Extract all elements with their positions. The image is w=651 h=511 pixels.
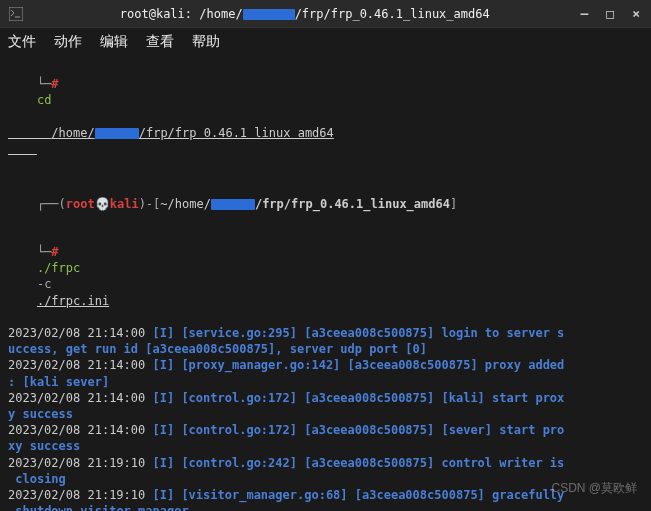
prompt-line-2-head: ┌──(root💀kali)-[~/home//frp/frp_0.46.1_l… <box>8 179 643 228</box>
log-line-cont: : [kali sever] <box>8 374 643 390</box>
log-line: 2023/02/08 21:14:00 [I] [control.go:172]… <box>8 390 643 406</box>
log-line: 2023/02/08 21:14:00 [I] [service.go:295]… <box>8 325 643 341</box>
menu-edit[interactable]: 编辑 <box>100 33 128 51</box>
log-line-cont: shutdown visitor manager <box>8 503 643 511</box>
menu-help[interactable]: 帮助 <box>192 33 220 51</box>
log-line: 2023/02/08 21:14:00 [I] [control.go:172]… <box>8 422 643 438</box>
maximize-button[interactable]: □ <box>603 6 617 21</box>
svg-rect-0 <box>9 7 23 21</box>
redacted-block <box>95 128 139 139</box>
minimize-button[interactable]: – <box>578 6 592 21</box>
redacted-block <box>243 9 295 20</box>
log-line-cont: uccess, get run id [a3ceea008c500875], s… <box>8 341 643 357</box>
watermark: CSDN @莫欧鲜 <box>551 480 637 497</box>
log-line: 2023/02/08 21:14:00 [I] [proxy_manager.g… <box>8 357 643 373</box>
menu-actions[interactable]: 动作 <box>54 33 82 51</box>
terminal-icon <box>8 6 24 22</box>
log-output: 2023/02/08 21:14:00 [I] [service.go:295]… <box>8 325 643 511</box>
log-line-cont: closing <box>8 471 643 487</box>
close-button[interactable]: × <box>629 6 643 21</box>
window-title: root@kali: /home//frp/frp_0.46.1_linux_a… <box>32 7 578 21</box>
window-controls: – □ × <box>578 6 643 21</box>
log-line: 2023/02/08 21:19:10 [I] [control.go:242]… <box>8 455 643 471</box>
menubar: 文件 动作 编辑 查看 帮助 <box>0 28 651 56</box>
menu-file[interactable]: 文件 <box>8 33 36 51</box>
log-line: 2023/02/08 21:19:10 [I] [visitor_manager… <box>8 487 643 503</box>
log-line-cont: y success <box>8 406 643 422</box>
titlebar: root@kali: /home//frp/frp_0.46.1_linux_a… <box>0 0 651 28</box>
prompt-line-2-cmd: └─# ./frpc -c ./frpc.ini <box>8 228 643 325</box>
log-line-cont: xy success <box>8 438 643 454</box>
prompt-line-1: └─# cd /home//frp/frp 0.46.1 linux amd64 <box>8 60 643 173</box>
terminal-body[interactable]: └─# cd /home//frp/frp 0.46.1 linux amd64… <box>0 56 651 511</box>
redacted-block <box>211 199 255 210</box>
menu-view[interactable]: 查看 <box>146 33 174 51</box>
